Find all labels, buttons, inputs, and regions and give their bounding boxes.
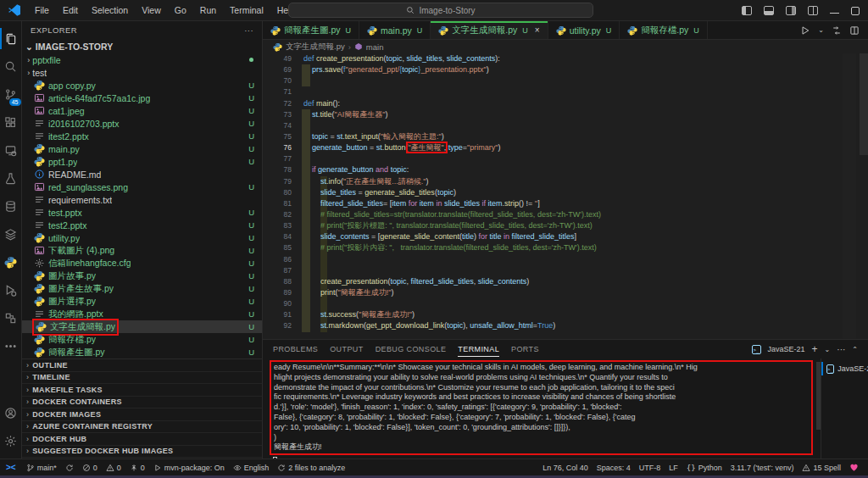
menu-view[interactable]: View (135, 5, 168, 15)
activity-search[interactable] (0, 53, 22, 81)
tab-文字生成簡報.py[interactable]: 文字生成簡報.pyU× (431, 21, 548, 39)
status-python-interpreter[interactable]: 3.11.7 ('test': venv) (726, 459, 798, 475)
line-number[interactable]: 72 (263, 98, 292, 109)
section-docker-hub[interactable]: ›DOCKER HUB (22, 433, 262, 446)
terminal-list-item[interactable]: >_ JavaSE-2 (821, 362, 868, 375)
code-line-85[interactable]: 85 # print("投影片內容: ", translator.transla… (263, 242, 868, 253)
line-number[interactable]: 80 (263, 187, 292, 198)
file-row[interactable]: requirements.txt (22, 193, 262, 206)
code-line-83[interactable]: 83 # print("投影片標題: ", translator.transla… (263, 220, 868, 231)
line-number[interactable]: 69 (263, 64, 292, 75)
code-line-75[interactable]: 75 topic = st.text_input("輸入簡報的主題:") (263, 131, 868, 142)
file-row[interactable]: cat1.jpegU (22, 104, 262, 117)
file-row[interactable]: app copy.pyU (22, 79, 262, 92)
code-line-74[interactable]: 74 (263, 120, 868, 131)
remote-indicator[interactable]: >< (0, 463, 22, 472)
file-row[interactable]: 簡報產生圖.pyU (22, 346, 262, 358)
tab-簡報產生圖.py[interactable]: 簡報產生圖.pyU (263, 21, 359, 39)
code-line-78[interactable]: 78 if generate_button and topic: (263, 164, 868, 175)
menu-run[interactable]: Run (193, 5, 223, 15)
activity-run-debug[interactable] (0, 276, 22, 304)
menu-terminal[interactable]: Terminal (223, 5, 270, 15)
breadcrumb-file[interactable]: 文字生成簡報.py (286, 42, 345, 53)
terminal-dropdown-chevron-icon[interactable]: ⌄ (825, 346, 831, 353)
terminal-output[interactable]: eady Resume\n\n**Summary:**\n\n* Showcas… (263, 358, 816, 466)
file-row[interactable]: red_sunglasses.pngU (22, 181, 262, 193)
menu-edit[interactable]: Edit (56, 5, 85, 15)
file-row[interactable]: ppt1.pyU (22, 155, 262, 168)
panel-tab-terminal[interactable]: TERMINAL (458, 340, 499, 358)
code-line-72[interactable]: 72def main(): (263, 98, 868, 109)
activity-remote-explorer[interactable] (0, 136, 22, 164)
code-line-71[interactable]: 71 (263, 86, 868, 97)
file-row[interactable]: 圖片選擇.pyU (22, 295, 262, 308)
line-number[interactable]: 71 (263, 86, 292, 97)
section-timeline[interactable]: ›TIMELINE (22, 372, 262, 385)
status-language-mode[interactable]: {}Python (682, 459, 726, 475)
line-number[interactable]: 91 (263, 309, 292, 320)
file-row[interactable]: 下載圖片 (4).pngU (22, 244, 262, 257)
toggle-panel-icon[interactable] (764, 6, 774, 15)
line-number[interactable]: 74 (263, 120, 292, 131)
menu-file[interactable]: File (28, 5, 56, 15)
file-row[interactable]: main.pyU (22, 142, 262, 155)
maximize-panel-icon[interactable]: ⌃ (852, 346, 858, 353)
line-number[interactable]: 84 (263, 231, 292, 242)
code-editor[interactable]: 49def create_presentation(topic, slide_t… (263, 53, 868, 339)
file-row[interactable]: README.md (22, 168, 262, 181)
code-line-87[interactable]: 87 (263, 265, 868, 276)
run-python-file-icon[interactable] (800, 25, 810, 36)
status-git-branch[interactable]: main* (22, 459, 61, 475)
activity-symbols[interactable] (0, 304, 22, 332)
restore-window-icon[interactable] (851, 7, 860, 15)
section-azure-container-registry[interactable]: ›AZURE CONTAINER REGISTRY (22, 421, 262, 434)
code-line-69[interactable]: 69 prs.save(f"generated_ppt/{topic}_pres… (263, 64, 868, 75)
line-number[interactable]: 90 (263, 298, 292, 309)
file-row[interactable]: test2.pptxU (22, 219, 262, 231)
code-line-80[interactable]: 80 slide_titles = generate_slide_titles(… (263, 187, 868, 198)
line-number[interactable]: 79 (263, 176, 292, 187)
status-eol[interactable]: LF (665, 459, 682, 475)
panel-tab-debug-console[interactable]: DEBUG CONSOLE (376, 340, 447, 358)
activity-testing[interactable] (0, 164, 22, 192)
code-line-84[interactable]: 84 slide_contents = [generate_slide_cont… (263, 231, 868, 242)
code-line-76[interactable]: 76 generate_button = st.button("產生簡報", t… (263, 142, 868, 153)
project-root-folder[interactable]: ⌄ IMAGE-TO-STORY (22, 39, 262, 53)
file-row[interactable]: ›test (22, 66, 262, 79)
line-number[interactable]: 81 (263, 198, 292, 209)
terminal-profile-label[interactable]: JavaSE-21 (768, 345, 805, 353)
line-number[interactable]: 89 (263, 287, 292, 298)
minimap[interactable] (843, 53, 856, 339)
section-docker-images[interactable]: ›DOCKER IMAGES (22, 409, 262, 421)
menu-selection[interactable]: Selection (85, 5, 135, 15)
split-editor-icon[interactable] (849, 25, 860, 36)
file-row[interactable]: 圖片故事.pyU (22, 270, 262, 282)
status-errors[interactable]: 0 (78, 459, 102, 475)
code-line-70[interactable]: 70 (263, 75, 868, 86)
activity-extensions[interactable] (0, 108, 22, 136)
toggle-sidebar-icon[interactable] (742, 6, 752, 15)
activity-database[interactable] (0, 192, 22, 220)
line-number[interactable]: 78 (263, 164, 292, 175)
open-changes-icon[interactable] (832, 25, 842, 36)
line-number[interactable]: 49 (263, 53, 292, 64)
section-docker-containers[interactable]: ›DOCKER CONTAINERS (22, 397, 262, 409)
new-terminal-icon[interactable]: + (812, 343, 818, 355)
code-line-77[interactable]: 77 (263, 153, 868, 164)
run-options-chevron-icon[interactable]: ⌄ (818, 26, 824, 34)
file-row[interactable]: itest2.pptxU (22, 130, 262, 142)
status-heart[interactable] (845, 459, 863, 475)
activity-account[interactable] (0, 399, 22, 427)
editor-scrollbar[interactable] (860, 53, 868, 155)
toggle-secondary-sidebar-icon[interactable] (786, 6, 796, 15)
line-number[interactable]: 77 (263, 153, 292, 164)
menu-go[interactable]: Go (168, 5, 193, 15)
status-spell-language[interactable]: English (229, 459, 274, 475)
file-row[interactable]: ›pptxfile (22, 53, 262, 66)
status-spell-issues[interactable]: 15 Spell (798, 459, 845, 475)
file-row[interactable]: 我的網路.pptxU (22, 308, 262, 320)
line-number[interactable]: 85 (263, 242, 292, 253)
status-indentation[interactable]: Spaces: 4 (593, 459, 635, 475)
tab-簡報存檔.py[interactable]: 簡報存檔.pyU (620, 21, 708, 39)
status-encoding[interactable]: UTF-8 (635, 459, 665, 475)
